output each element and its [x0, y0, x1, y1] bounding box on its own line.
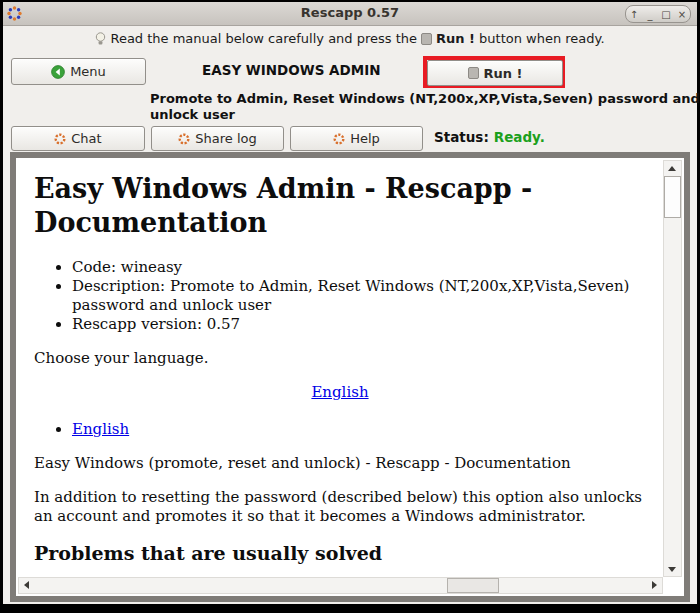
maximize-button[interactable]: □	[658, 7, 674, 22]
rescapp-window: Rescapp 0.57 ↑ _ □ × Read the manual bel…	[3, 2, 697, 604]
window-title: Rescapp 0.57	[3, 5, 697, 20]
run-button-label: Run !	[484, 66, 523, 81]
horizontal-scrollbar-thumb[interactable]	[447, 578, 499, 593]
minimize-button[interactable]: _	[642, 7, 658, 22]
share-log-button[interactable]: Share log	[151, 126, 284, 151]
help-button-label: Help	[350, 131, 380, 146]
scroll-up-button[interactable]	[664, 161, 679, 175]
run-icon	[468, 67, 479, 79]
chat-button[interactable]: Chat	[11, 126, 145, 151]
help-button[interactable]: Help	[290, 126, 423, 151]
hint-prefix: Read the manual below carefully and pres…	[110, 31, 417, 46]
vertical-scrollbar[interactable]	[663, 160, 682, 577]
documentation-viewport: Easy Windows Admin - Rescapp - Documenta…	[16, 158, 684, 596]
list-item: Description: Promote to Admin, Reset Win…	[72, 277, 646, 315]
raise-window-button[interactable]: ↑	[626, 7, 642, 22]
status-indicator: Status: Ready.	[434, 129, 545, 145]
menu-button-label: Menu	[70, 64, 106, 79]
hint-text: Read the manual below carefully and pres…	[3, 31, 697, 46]
list-item: Code: wineasy	[72, 258, 646, 277]
scroll-down-button[interactable]	[664, 562, 679, 576]
lightbulb-icon	[95, 32, 106, 46]
problems-heading: Problems that are usually solved	[34, 541, 646, 565]
english-link-item[interactable]: English	[72, 420, 129, 438]
lifesaver-icon	[178, 133, 190, 145]
vertical-scrollbar-thumb[interactable]	[664, 176, 681, 218]
scroll-left-button[interactable]	[19, 578, 34, 592]
lifesaver-icon	[54, 133, 66, 145]
lifesaver-icon	[333, 133, 345, 145]
titlebar: Rescapp 0.57 ↑ _ □ ×	[3, 2, 697, 26]
hint-run-label: Run !	[436, 31, 475, 46]
language-list: English	[34, 420, 646, 439]
option-heading: EASY WINDOWS ADMIN	[202, 62, 381, 78]
scroll-right-button[interactable]	[647, 578, 662, 592]
status-value: Ready.	[494, 129, 545, 145]
doc-title: Easy Windows Admin - Rescapp - Documenta…	[34, 172, 634, 240]
menu-button[interactable]: Menu	[11, 58, 146, 85]
run-button-highlight: Run !	[423, 56, 565, 88]
back-arrow-icon	[51, 65, 65, 79]
hint-suffix: button when ready.	[479, 31, 605, 46]
run-button[interactable]: Run !	[427, 60, 563, 86]
documentation-frame: Easy Windows Admin - Rescapp - Documenta…	[10, 152, 690, 602]
option-subtitle: Promote to Admin, Reset Windows (NT,200x…	[150, 91, 700, 123]
choose-language-text: Choose your language.	[34, 349, 646, 368]
close-button[interactable]: ×	[674, 7, 690, 22]
doc-intro: In addition to resetting the password (d…	[34, 488, 646, 526]
list-item: Rescapp version: 0.57	[72, 315, 646, 334]
list-item: English	[72, 420, 646, 439]
window-controls: ↑ _ □ ×	[625, 5, 691, 23]
run-icon	[421, 33, 432, 45]
status-label: Status:	[434, 129, 489, 145]
doc-subtitle-line: Easy Windows (promote, reset and unlock)…	[34, 454, 646, 473]
horizontal-scrollbar[interactable]	[18, 577, 663, 594]
documentation-content: Easy Windows Admin - Rescapp - Documenta…	[16, 158, 663, 579]
chat-button-label: Chat	[71, 131, 101, 146]
english-link-center[interactable]: English	[311, 383, 368, 401]
doc-meta-list: Code: wineasy Description: Promote to Ad…	[34, 258, 646, 335]
share-log-button-label: Share log	[195, 131, 256, 146]
